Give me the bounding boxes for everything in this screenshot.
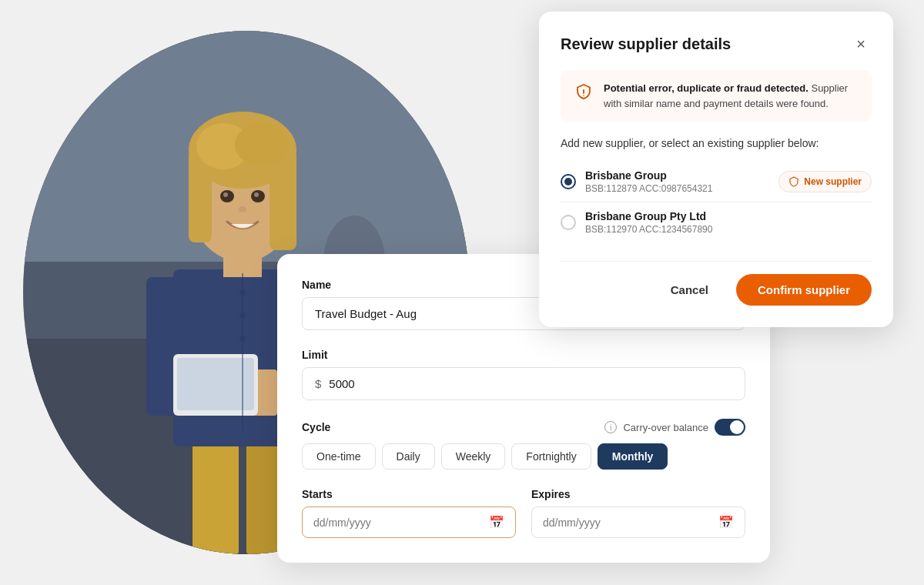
svg-point-32 [583, 95, 584, 96]
shield-icon [573, 81, 594, 102]
limit-label: Limit [302, 349, 745, 361]
expires-input[interactable] [543, 516, 718, 529]
confirm-button[interactable]: Confirm supplier [736, 274, 872, 306]
supplier-radio-1[interactable] [561, 174, 576, 189]
carry-over-section: i Carry-over balance [604, 419, 745, 436]
badge-shield-icon [788, 176, 799, 187]
select-prompt: Add new supplier, or select an existing … [561, 137, 872, 149]
currency-symbol: $ [315, 377, 321, 390]
starts-group: Starts 📅 [302, 488, 516, 538]
limit-group: Limit $ [302, 349, 745, 400]
supplier-option-2[interactable]: Brisbane Group Pty Ltd BSB:112970 ACC:12… [561, 202, 872, 242]
starts-input-wrapper: 📅 [302, 506, 516, 538]
supplier-info-1: Brisbane Group BSB:112879 ACC:0987654321 [561, 169, 712, 194]
starts-input[interactable] [313, 516, 489, 529]
cycle-header: Cycle i Carry-over balance [302, 419, 745, 436]
cycle-buttons: One-time Daily Weekly Fortnightly Monthl… [302, 443, 745, 470]
supplier-radio-2[interactable] [561, 215, 576, 230]
cycle-btn-monthly[interactable]: Monthly [598, 443, 668, 470]
alert-banner: Potential error, duplicate or fraud dete… [561, 70, 872, 122]
cycle-btn-weekly[interactable]: Weekly [441, 443, 506, 470]
limit-input-wrapper: $ [302, 367, 745, 400]
supplier-name-1: Brisbane Group [585, 169, 712, 182]
supplier-bsb-1: BSB:112879 ACC:0987654321 [585, 183, 712, 194]
expires-group: Expires 📅 [531, 488, 745, 538]
carry-over-toggle[interactable] [715, 419, 745, 436]
supplier-option-1[interactable]: Brisbane Group BSB:112879 ACC:0987654321… [561, 162, 872, 202]
cycle-group: Cycle i Carry-over balance One-time Dail… [302, 419, 745, 470]
supplier-bsb-2: BSB:112970 ACC:1234567890 [585, 224, 712, 235]
expires-label: Expires [531, 488, 745, 500]
modal-footer: Cancel Confirm supplier [561, 261, 872, 306]
supplier-name-2: Brisbane Group Pty Ltd [585, 210, 712, 222]
cancel-button[interactable]: Cancel [655, 276, 724, 304]
cycle-btn-one-time[interactable]: One-time [302, 443, 376, 470]
limit-input[interactable] [329, 368, 732, 399]
expires-calendar-icon[interactable]: 📅 [718, 515, 734, 530]
supplier-details-2: Brisbane Group Pty Ltd BSB:112970 ACC:12… [585, 210, 712, 235]
modal-title: Review supplier details [561, 35, 731, 53]
modal-header: Review supplier details × [561, 33, 872, 55]
date-row: Starts 📅 Expires 📅 [302, 488, 745, 538]
supplier-info-2: Brisbane Group Pty Ltd BSB:112970 ACC:12… [561, 210, 712, 235]
starts-calendar-icon[interactable]: 📅 [489, 515, 504, 530]
expires-input-wrapper: 📅 [531, 506, 745, 538]
review-supplier-modal: Review supplier details × Potential erro… [539, 12, 893, 327]
cycle-btn-daily[interactable]: Daily [382, 443, 435, 470]
carry-over-info-icon[interactable]: i [604, 421, 617, 433]
supplier-details-1: Brisbane Group BSB:112879 ACC:0987654321 [585, 169, 712, 194]
starts-label: Starts [302, 488, 516, 500]
new-supplier-label: New supplier [804, 176, 862, 187]
new-supplier-badge: New supplier [778, 171, 872, 192]
alert-bold: Potential error, duplicate or fraud dete… [604, 82, 808, 94]
carry-over-label: Carry-over balance [623, 422, 708, 433]
close-button[interactable]: × [850, 33, 872, 55]
cycle-label: Cycle [302, 421, 330, 433]
alert-text: Potential error, duplicate or fraud dete… [604, 81, 859, 111]
cycle-btn-fortnightly[interactable]: Fortnightly [511, 443, 591, 470]
